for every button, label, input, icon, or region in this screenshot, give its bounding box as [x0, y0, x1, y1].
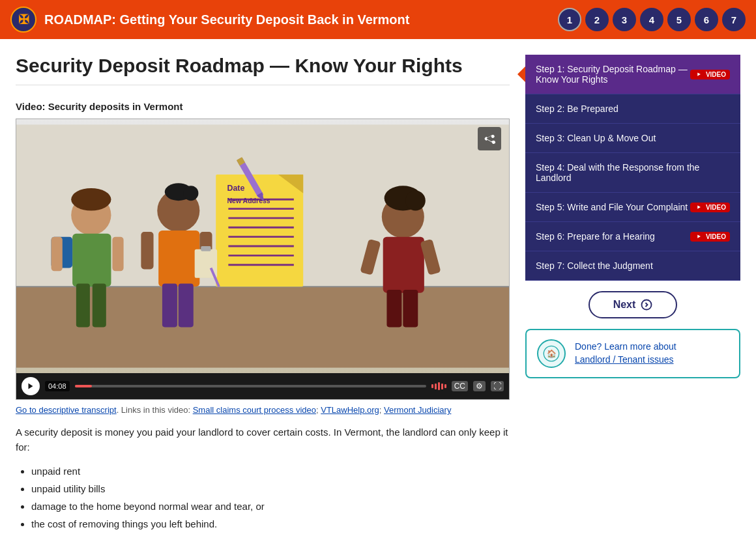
- svg-rect-41: [386, 290, 401, 327]
- header-title: ROADMAP: Getting Your Security Deposit B…: [44, 12, 409, 27]
- svg-rect-22: [93, 283, 106, 327]
- next-button[interactable]: Next: [589, 291, 678, 318]
- step-number-5[interactable]: 5: [667, 8, 691, 31]
- volume-icon: [431, 382, 446, 390]
- step-number-3[interactable]: 3: [613, 8, 636, 31]
- nav-step-label-1: Step 1: Security Deposit Roadmap — Know …: [536, 64, 690, 85]
- progress-bar[interactable]: [75, 385, 426, 387]
- settings-button[interactable]: ⚙: [473, 381, 486, 391]
- svg-rect-24: [51, 237, 63, 272]
- list-item: unpaid utility bills: [31, 480, 510, 498]
- list-item: unpaid rent: [31, 462, 510, 480]
- share-button[interactable]: [478, 127, 501, 150]
- video-illustration: Date New Address: [16, 119, 509, 373]
- step-numbers: 1234567: [558, 8, 746, 31]
- svg-point-19: [71, 188, 111, 210]
- nav-step-4[interactable]: Step 4: Deal with the Response from the …: [525, 153, 740, 193]
- transcript-link[interactable]: Go to descriptive transcript: [16, 405, 117, 415]
- body-intro: A security deposit is money you paid you…: [16, 425, 510, 455]
- active-step-arrow: [517, 66, 525, 82]
- next-button-container: Next: [525, 291, 740, 318]
- svg-text:Date: Date: [227, 184, 244, 193]
- svg-text:🏠: 🏠: [547, 349, 557, 358]
- nav-step-1[interactable]: Step 1: Security Deposit Roadmap — Know …: [525, 55, 740, 94]
- video-links: Go to descriptive transcript. Links in t…: [16, 405, 510, 415]
- bullet-list: unpaid rentunpaid utility billsdamage to…: [31, 462, 510, 533]
- svg-point-39: [405, 191, 426, 211]
- svg-rect-30: [162, 283, 177, 327]
- header: ✠ ROADMAP: Getting Your Security Deposit…: [0, 0, 756, 39]
- nav-step-label-5: Step 5: Write and File Your Complaint: [536, 202, 690, 212]
- svg-rect-40: [383, 237, 424, 293]
- fullscreen-button[interactable]: ⛶: [491, 381, 504, 391]
- vtlawhelp-link[interactable]: VTLawHelp.org: [321, 405, 379, 415]
- nav-step-label-7: Step 7: Collect the Judgment: [536, 260, 730, 271]
- svg-rect-1: [16, 287, 509, 367]
- nav-step-2[interactable]: Step 2: Be Prepared: [525, 94, 740, 124]
- svg-rect-42: [403, 290, 418, 327]
- video-badge-5: VIDEO: [690, 203, 730, 212]
- video-badge-6: VIDEO: [690, 232, 730, 242]
- svg-point-28: [183, 186, 198, 201]
- cc-button[interactable]: CC: [452, 381, 468, 391]
- progress-fill: [75, 385, 93, 387]
- main-content: Security Deposit Roadmap — Know Your Rig…: [0, 39, 756, 547]
- nav-step-7[interactable]: Step 7: Collect the Judgment: [525, 251, 740, 281]
- svg-rect-35: [201, 246, 211, 251]
- svg-marker-45: [29, 384, 33, 389]
- video-time: 04:08: [45, 381, 70, 391]
- step-number-4[interactable]: 4: [640, 8, 663, 31]
- video-label: Video: Security deposits in Vermont: [16, 101, 510, 112]
- svg-point-52: [642, 300, 652, 310]
- app-icon: ✠: [10, 7, 36, 33]
- svg-rect-29: [158, 231, 199, 287]
- video-scene: Date New Address: [16, 119, 509, 373]
- nav-step-6[interactable]: Step 6: Prepare for a HearingVIDEO: [525, 222, 740, 251]
- nav-step-5[interactable]: Step 5: Write and File Your ComplaintVID…: [525, 193, 740, 222]
- svg-rect-20: [72, 234, 111, 287]
- landlord-tenant-link[interactable]: Landlord / Tenant issues: [575, 354, 674, 365]
- nav-step-label-6: Step 6: Prepare for a Hearing: [536, 231, 690, 242]
- step-number-6[interactable]: 6: [695, 8, 718, 31]
- left-panel: Security Deposit Roadmap — Know Your Rig…: [16, 55, 510, 533]
- list-item: the cost of removing things you left beh…: [31, 515, 510, 533]
- svg-rect-32: [141, 232, 153, 269]
- vt-judiciary-link[interactable]: Vermont Judiciary: [384, 405, 451, 415]
- svg-rect-31: [179, 283, 194, 327]
- step-number-2[interactable]: 2: [585, 8, 609, 31]
- video-badge-1: VIDEO: [690, 70, 730, 79]
- small-claims-link[interactable]: Small claims court process video: [193, 405, 316, 415]
- right-panel: Step 1: Security Deposit Roadmap — Know …: [525, 55, 740, 378]
- nav-step-3[interactable]: Step 3: Clean Up & Move Out: [525, 124, 740, 153]
- svg-rect-25: [112, 237, 123, 272]
- step-number-1[interactable]: 1: [558, 8, 581, 31]
- landlord-tenant-card[interactable]: 🏠 Done? Learn more about Landlord / Tena…: [525, 329, 740, 378]
- landlord-card-text: Done? Learn more about Landlord / Tenant…: [575, 341, 676, 366]
- list-item: damage to the home beyond normal wear an…: [31, 498, 510, 515]
- header-left: ✠ ROADMAP: Getting Your Security Deposit…: [10, 7, 409, 33]
- nav-steps: Step 1: Security Deposit Roadmap — Know …: [525, 55, 740, 281]
- nav-step-label-2: Step 2: Be Prepared: [536, 104, 730, 114]
- nav-step-label-4: Step 4: Deal with the Response from the …: [536, 162, 730, 183]
- landlord-icon: 🏠: [537, 339, 566, 368]
- nav-step-label-3: Step 3: Clean Up & Move Out: [536, 133, 730, 143]
- video-controls: 04:08 CC ⚙ ⛶: [16, 373, 509, 399]
- video-container: Date New Address: [16, 119, 510, 400]
- svg-rect-21: [76, 283, 90, 327]
- play-button[interactable]: [22, 377, 40, 395]
- page-title: Security Deposit Roadmap — Know Your Rig…: [16, 55, 510, 85]
- step-number-7[interactable]: 7: [722, 8, 746, 31]
